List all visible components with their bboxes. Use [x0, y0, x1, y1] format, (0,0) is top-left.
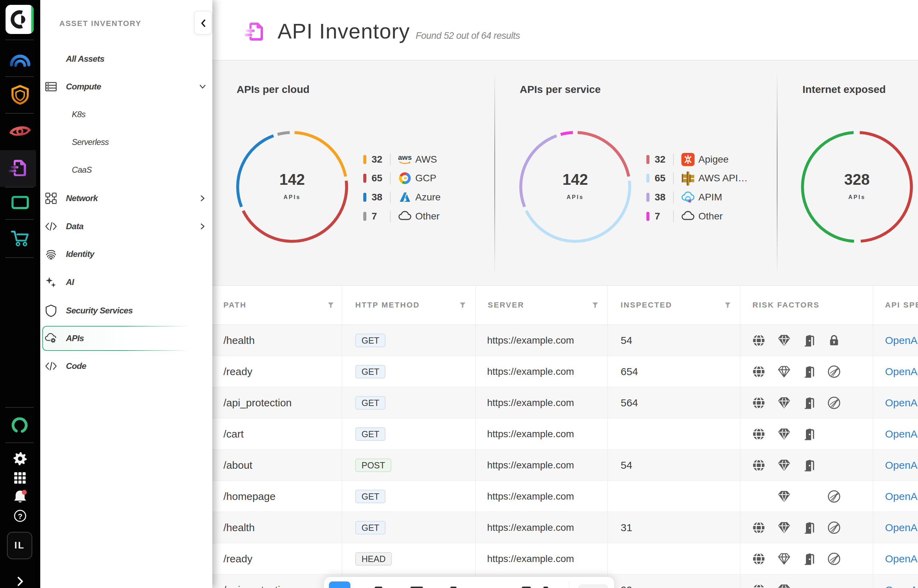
svg-text:?: ?	[18, 512, 22, 521]
svg-text:aws: aws	[398, 153, 412, 161]
